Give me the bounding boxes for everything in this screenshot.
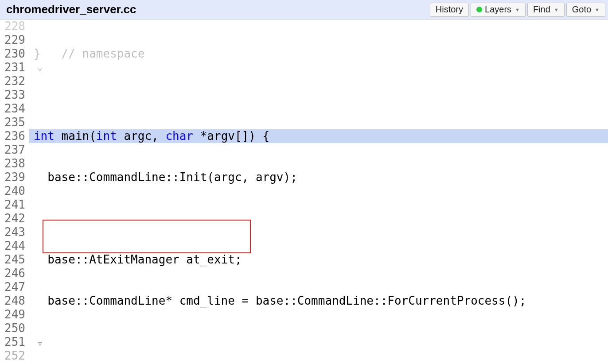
line-number: 250 bbox=[4, 321, 25, 335]
line-number: 236 bbox=[4, 129, 25, 143]
goto-label: Goto bbox=[572, 4, 591, 15]
history-button[interactable]: History bbox=[430, 3, 469, 17]
line-number: 245 bbox=[4, 253, 25, 267]
history-label: History bbox=[436, 4, 463, 15]
line-number: 234 bbox=[4, 102, 25, 116]
line-number: 239 bbox=[4, 170, 25, 184]
line-number: 228 bbox=[4, 19, 25, 33]
chevron-down-icon: ▼ bbox=[595, 7, 600, 12]
code-line[interactable]: base::CommandLine::Init(argc, argv); bbox=[29, 170, 608, 184]
line-number-gutter: 228 229 230 231 232 233 234 235 236 237 … bbox=[0, 19, 29, 364]
toolbar: History Layers ▼ Find ▼ Goto ▼ bbox=[430, 3, 605, 17]
code-viewer[interactable]: 228 229 230 231 232 233 234 235 236 237 … bbox=[0, 19, 608, 364]
fold-toggle-icon[interactable]: ▽ bbox=[38, 337, 42, 351]
line-number: 248 bbox=[4, 294, 25, 308]
filename-label: chromedriver_server.cc bbox=[6, 3, 136, 16]
line-number: 240 bbox=[4, 184, 25, 198]
chevron-down-icon: ▼ bbox=[554, 7, 559, 12]
line-number: 233 bbox=[4, 88, 25, 102]
status-dot-icon bbox=[476, 7, 482, 12]
line-number: 238 bbox=[4, 157, 25, 170]
layers-label: Layers bbox=[485, 4, 511, 15]
find-label: Find bbox=[533, 4, 550, 15]
line-number: 242 bbox=[4, 212, 25, 225]
code-line[interactable]: } // namespace bbox=[29, 47, 608, 61]
find-button[interactable]: Find ▼ bbox=[527, 3, 565, 17]
code-content[interactable]: } // namespace int main(int argc, char *… bbox=[29, 19, 608, 364]
code-line[interactable]: base::AtExitManager at_exit; bbox=[29, 253, 608, 267]
line-number: 237 bbox=[4, 143, 25, 157]
line-number: 247 bbox=[4, 280, 25, 294]
line-number: 246 bbox=[4, 267, 25, 280]
code-line[interactable]: base::CommandLine* cmd_line = base::Comm… bbox=[29, 294, 608, 308]
line-number: 251 bbox=[4, 335, 25, 349]
line-number: 252 bbox=[4, 349, 25, 363]
line-number: 243 bbox=[4, 225, 25, 239]
line-number: 244 bbox=[4, 239, 25, 253]
layers-button[interactable]: Layers ▼ bbox=[471, 3, 526, 17]
code-line[interactable] bbox=[29, 335, 608, 349]
line-number: 232 bbox=[4, 74, 25, 88]
chevron-down-icon: ▼ bbox=[515, 7, 520, 12]
line-number: 231 bbox=[4, 61, 25, 74]
fold-toggle-icon[interactable]: ▽ bbox=[38, 62, 42, 76]
code-line-highlighted[interactable]: int main(int argc, char *argv[]) { bbox=[29, 129, 608, 143]
line-number: 229 bbox=[4, 33, 25, 47]
line-number: 249 bbox=[4, 308, 25, 321]
header-bar: chromedriver_server.cc History Layers ▼ … bbox=[0, 0, 608, 19]
line-number: 241 bbox=[4, 198, 25, 212]
line-number: 230 bbox=[4, 47, 25, 61]
goto-button[interactable]: Goto ▼ bbox=[566, 3, 605, 17]
code-line[interactable] bbox=[29, 212, 608, 225]
code-line[interactable] bbox=[29, 88, 608, 102]
line-number: 235 bbox=[4, 116, 25, 129]
